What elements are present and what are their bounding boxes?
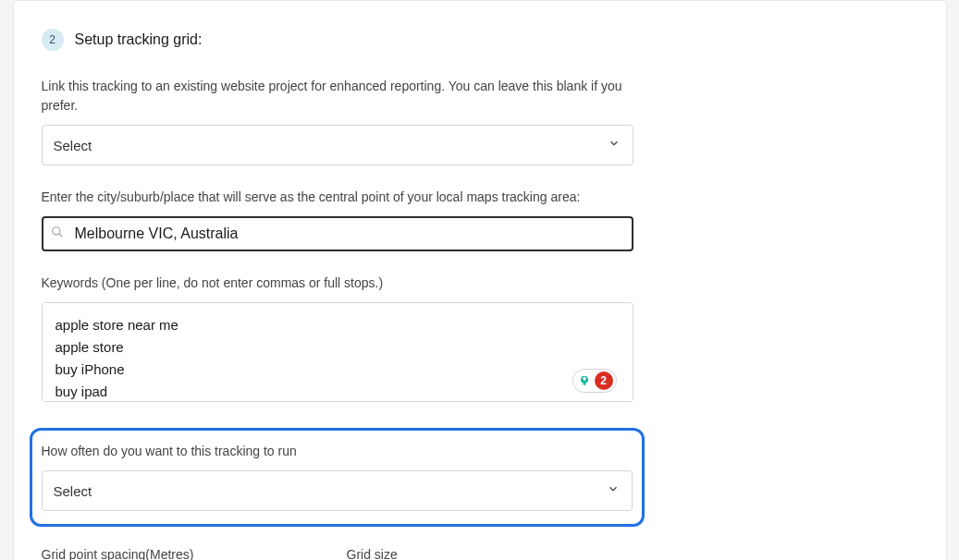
keywords-field: Keywords (One per line, do not enter com…: [42, 274, 633, 406]
frequency-select[interactable]: Select: [42, 470, 633, 511]
keywords-textarea[interactable]: apple store near me apple store buy iPho…: [42, 302, 633, 402]
setup-card: 2 Setup tracking grid: Link this trackin…: [13, 0, 947, 560]
frequency-label: How often do you want to this tracking t…: [42, 442, 633, 461]
grammar-count: 2: [595, 371, 613, 390]
frequency-highlight: How often do you want to this tracking t…: [30, 428, 645, 527]
lightbulb-icon: [576, 372, 593, 389]
location-field: Enter the city/suburb/place that will se…: [42, 188, 633, 251]
step-number-badge: 2: [42, 29, 64, 51]
svg-rect-3: [583, 383, 585, 385]
project-select[interactable]: Select: [42, 125, 633, 165]
grammar-badge[interactable]: 2: [572, 369, 617, 393]
project-field: Link this tracking to an existing websit…: [42, 77, 633, 165]
gridsize-label: Grid size: [347, 545, 633, 560]
frequency-field: How often do you want to this tracking t…: [42, 442, 633, 511]
spacing-label: Grid point spacing(Metres): [42, 545, 328, 560]
step-title: Setup tracking grid:: [75, 31, 203, 48]
location-input[interactable]: [42, 216, 633, 251]
grid-options-row: Grid point spacing(Metres) Select Grid s…: [42, 545, 918, 560]
location-label: Enter the city/suburb/place that will se…: [42, 188, 633, 207]
gridsize-field: Grid size Select: [347, 545, 633, 560]
project-label: Link this tracking to an existing websit…: [42, 77, 633, 116]
spacing-field: Grid point spacing(Metres) Select: [42, 545, 328, 560]
step-header: 2 Setup tracking grid:: [42, 29, 918, 51]
keywords-label: Keywords (One per line, do not enter com…: [42, 274, 633, 293]
